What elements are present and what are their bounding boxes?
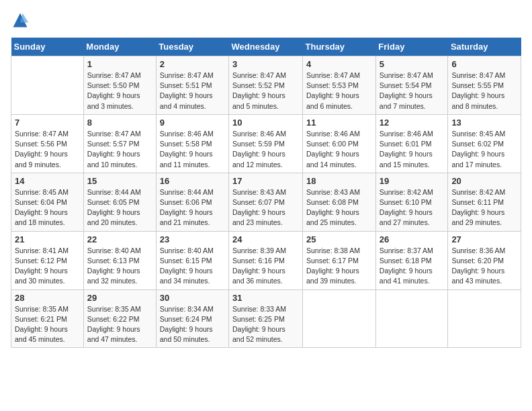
logo <box>11 11 32 30</box>
day-cell: 7Sunrise: 8:47 AMSunset: 5:56 PMDaylight… <box>11 114 84 173</box>
day-number: 19 <box>380 176 445 186</box>
day-cell: 31Sunrise: 8:33 AMSunset: 6:25 PMDayligh… <box>229 289 303 348</box>
day-number: 10 <box>232 118 299 128</box>
day-number: 13 <box>451 118 517 128</box>
day-cell: 22Sunrise: 8:40 AMSunset: 6:13 PMDayligh… <box>83 231 156 289</box>
day-number: 6 <box>451 59 517 69</box>
day-number: 24 <box>232 234 299 244</box>
header-wednesday: Wednesday <box>229 38 303 56</box>
day-number: 29 <box>87 293 152 303</box>
day-cell: 29Sunrise: 8:35 AMSunset: 6:22 PMDayligh… <box>83 289 156 348</box>
day-cell: 4Sunrise: 8:47 AMSunset: 5:53 PMDaylight… <box>303 56 376 115</box>
day-detail: Sunrise: 8:47 AMSunset: 5:54 PMDaylight:… <box>380 71 445 111</box>
day-cell: 11Sunrise: 8:46 AMSunset: 6:00 PMDayligh… <box>303 114 376 173</box>
day-number: 20 <box>451 176 517 186</box>
calendar-table: SundayMondayTuesdayWednesdayThursdayFrid… <box>11 38 521 348</box>
header-monday: Monday <box>83 38 156 56</box>
day-detail: Sunrise: 8:39 AMSunset: 6:16 PMDaylight:… <box>232 246 299 287</box>
day-number: 11 <box>306 118 372 128</box>
day-cell <box>303 289 376 348</box>
header-sunday: Sunday <box>11 38 84 56</box>
logo-icon <box>11 11 30 30</box>
day-detail: Sunrise: 8:35 AMSunset: 6:21 PMDaylight:… <box>15 304 80 345</box>
day-cell: 5Sunrise: 8:47 AMSunset: 5:54 PMDaylight… <box>375 56 448 115</box>
day-cell: 25Sunrise: 8:38 AMSunset: 6:17 PMDayligh… <box>303 231 376 289</box>
day-number: 28 <box>15 293 80 303</box>
header-tuesday: Tuesday <box>156 38 228 56</box>
week-row-4: 28Sunrise: 8:35 AMSunset: 6:21 PMDayligh… <box>11 289 521 348</box>
day-detail: Sunrise: 8:46 AMSunset: 5:59 PMDaylight:… <box>232 129 299 170</box>
day-cell: 14Sunrise: 8:45 AMSunset: 6:04 PMDayligh… <box>11 173 84 231</box>
day-cell: 24Sunrise: 8:39 AMSunset: 6:16 PMDayligh… <box>229 231 303 289</box>
day-cell: 20Sunrise: 8:42 AMSunset: 6:11 PMDayligh… <box>448 173 521 231</box>
day-cell <box>11 56 84 115</box>
day-detail: Sunrise: 8:47 AMSunset: 5:51 PMDaylight:… <box>160 71 225 111</box>
day-detail: Sunrise: 8:47 AMSunset: 5:56 PMDaylight:… <box>15 129 80 170</box>
day-detail: Sunrise: 8:46 AMSunset: 5:58 PMDaylight:… <box>160 129 225 170</box>
day-number: 17 <box>232 176 299 186</box>
day-detail: Sunrise: 8:37 AMSunset: 6:18 PMDaylight:… <box>380 246 445 287</box>
day-detail: Sunrise: 8:35 AMSunset: 6:22 PMDaylight:… <box>87 304 152 345</box>
svg-marker-1 <box>20 13 28 23</box>
day-cell: 2Sunrise: 8:47 AMSunset: 5:51 PMDaylight… <box>156 56 228 115</box>
day-cell: 26Sunrise: 8:37 AMSunset: 6:18 PMDayligh… <box>375 231 448 289</box>
day-detail: Sunrise: 8:46 AMSunset: 6:00 PMDaylight:… <box>306 129 372 170</box>
day-detail: Sunrise: 8:40 AMSunset: 6:13 PMDaylight:… <box>87 246 152 287</box>
day-cell: 3Sunrise: 8:47 AMSunset: 5:52 PMDaylight… <box>229 56 303 115</box>
day-cell: 6Sunrise: 8:47 AMSunset: 5:55 PMDaylight… <box>448 56 521 115</box>
page-header <box>11 11 521 30</box>
header-row: SundayMondayTuesdayWednesdayThursdayFrid… <box>11 38 521 56</box>
day-cell: 10Sunrise: 8:46 AMSunset: 5:59 PMDayligh… <box>229 114 303 173</box>
day-number: 4 <box>306 59 372 69</box>
day-number: 14 <box>15 176 80 186</box>
day-number: 21 <box>15 234 80 244</box>
day-cell: 15Sunrise: 8:44 AMSunset: 6:05 PMDayligh… <box>83 173 156 231</box>
day-number: 18 <box>306 176 372 186</box>
day-number: 7 <box>15 118 80 128</box>
header-saturday: Saturday <box>448 38 521 56</box>
day-number: 12 <box>380 118 445 128</box>
day-number: 1 <box>87 59 152 69</box>
day-detail: Sunrise: 8:36 AMSunset: 6:20 PMDaylight:… <box>451 246 517 287</box>
day-cell: 1Sunrise: 8:47 AMSunset: 5:50 PMDaylight… <box>83 56 156 115</box>
day-cell: 9Sunrise: 8:46 AMSunset: 5:58 PMDaylight… <box>156 114 228 173</box>
day-cell: 13Sunrise: 8:45 AMSunset: 6:02 PMDayligh… <box>448 114 521 173</box>
day-cell: 23Sunrise: 8:40 AMSunset: 6:15 PMDayligh… <box>156 231 228 289</box>
day-cell: 30Sunrise: 8:34 AMSunset: 6:24 PMDayligh… <box>156 289 228 348</box>
day-number: 9 <box>160 118 225 128</box>
day-cell: 12Sunrise: 8:46 AMSunset: 6:01 PMDayligh… <box>375 114 448 173</box>
day-detail: Sunrise: 8:43 AMSunset: 6:08 PMDaylight:… <box>306 187 372 228</box>
day-detail: Sunrise: 8:45 AMSunset: 6:02 PMDaylight:… <box>451 129 517 170</box>
day-detail: Sunrise: 8:47 AMSunset: 5:55 PMDaylight:… <box>451 71 517 111</box>
header-thursday: Thursday <box>303 38 376 56</box>
day-cell: 17Sunrise: 8:43 AMSunset: 6:07 PMDayligh… <box>229 173 303 231</box>
day-detail: Sunrise: 8:41 AMSunset: 6:12 PMDaylight:… <box>15 246 80 287</box>
day-number: 30 <box>160 293 225 303</box>
day-number: 27 <box>451 234 517 244</box>
day-cell: 8Sunrise: 8:47 AMSunset: 5:57 PMDaylight… <box>83 114 156 173</box>
week-row-2: 14Sunrise: 8:45 AMSunset: 6:04 PMDayligh… <box>11 173 521 231</box>
day-detail: Sunrise: 8:47 AMSunset: 5:53 PMDaylight:… <box>306 71 372 111</box>
day-detail: Sunrise: 8:47 AMSunset: 5:52 PMDaylight:… <box>232 71 299 111</box>
day-detail: Sunrise: 8:38 AMSunset: 6:17 PMDaylight:… <box>306 246 372 287</box>
week-row-0: 1Sunrise: 8:47 AMSunset: 5:50 PMDaylight… <box>11 56 521 115</box>
day-detail: Sunrise: 8:46 AMSunset: 6:01 PMDaylight:… <box>380 129 445 170</box>
day-number: 26 <box>380 234 445 244</box>
day-detail: Sunrise: 8:42 AMSunset: 6:10 PMDaylight:… <box>380 187 445 228</box>
day-number: 31 <box>232 293 299 303</box>
day-detail: Sunrise: 8:34 AMSunset: 6:24 PMDaylight:… <box>160 304 225 345</box>
day-detail: Sunrise: 8:47 AMSunset: 5:50 PMDaylight:… <box>87 71 152 111</box>
day-number: 2 <box>160 59 225 69</box>
day-detail: Sunrise: 8:45 AMSunset: 6:04 PMDaylight:… <box>15 187 80 228</box>
day-number: 23 <box>160 234 225 244</box>
day-cell: 16Sunrise: 8:44 AMSunset: 6:06 PMDayligh… <box>156 173 228 231</box>
day-detail: Sunrise: 8:40 AMSunset: 6:15 PMDaylight:… <box>160 246 225 287</box>
day-cell: 27Sunrise: 8:36 AMSunset: 6:20 PMDayligh… <box>448 231 521 289</box>
day-detail: Sunrise: 8:44 AMSunset: 6:06 PMDaylight:… <box>160 187 225 228</box>
day-cell <box>448 289 521 348</box>
day-number: 15 <box>87 176 152 186</box>
day-cell: 18Sunrise: 8:43 AMSunset: 6:08 PMDayligh… <box>303 173 376 231</box>
day-detail: Sunrise: 8:44 AMSunset: 6:05 PMDaylight:… <box>87 187 152 228</box>
day-cell: 19Sunrise: 8:42 AMSunset: 6:10 PMDayligh… <box>375 173 448 231</box>
day-detail: Sunrise: 8:43 AMSunset: 6:07 PMDaylight:… <box>232 187 299 228</box>
